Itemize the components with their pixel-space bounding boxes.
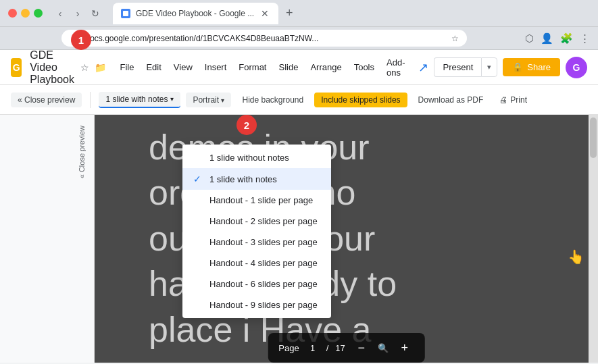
page-total: 17 xyxy=(335,343,345,353)
traffic-light-green[interactable] xyxy=(34,9,43,18)
menu-tools[interactable]: Tools xyxy=(349,59,380,75)
close-preview-label: « Close preview xyxy=(18,95,75,105)
trending-icon[interactable]: ↗ xyxy=(418,60,428,75)
browser-icons: ⬡ 👤 🧩 ⋮ xyxy=(525,32,590,45)
folder-icon[interactable]: 📁 xyxy=(95,62,106,73)
logo-letter: G xyxy=(13,62,20,73)
dropdown-item-h9[interactable]: Handout - 9 slides per page xyxy=(182,294,331,315)
active-tab[interactable]: GDE Video Playbook - Google ... ✕ xyxy=(113,3,278,24)
hide-background-button[interactable]: Hide background xyxy=(236,93,309,107)
zoom-out-button[interactable]: − xyxy=(352,338,371,357)
share-label: Share xyxy=(527,62,551,72)
refresh-button[interactable]: ↻ xyxy=(89,7,102,20)
slide-content: demos in your ord the demo ou record you… xyxy=(95,115,598,363)
menu-view[interactable]: View xyxy=(168,59,198,75)
menu-file[interactable]: File xyxy=(114,59,139,75)
dropdown-item-h6[interactable]: Handout - 6 slides per page xyxy=(182,274,331,294)
slide-area: demos in your ord the demo ou record you… xyxy=(95,115,598,363)
format-label: 1 slide with notes xyxy=(105,95,168,104)
page-separator: / xyxy=(326,343,329,353)
print-preview-toolbar: « Close preview 1 slide with notes ▾ Por… xyxy=(0,85,598,115)
chevron-down-icon: ▾ xyxy=(221,97,224,104)
traffic-lights xyxy=(8,9,43,18)
format-dropdown-menu: 1 slide without notes ✓ 1 slide with not… xyxy=(182,145,331,318)
menu-arrange[interactable]: Arrange xyxy=(305,59,347,75)
tab-close-button[interactable]: ✕ xyxy=(259,8,270,19)
page-input[interactable] xyxy=(306,343,320,353)
user-avatar[interactable]: G xyxy=(566,57,587,78)
present-button-group: Present ▾ xyxy=(434,57,497,77)
print-button[interactable]: 🖨 Print xyxy=(494,93,532,107)
menu-addons[interactable]: Add-ons xyxy=(381,55,410,80)
address-text: docs.google.com/presentation/d/1BCVCAKS4… xyxy=(86,34,446,43)
extensions-icon[interactable]: 🧩 xyxy=(560,32,573,45)
present-dropdown-button[interactable]: ▾ xyxy=(481,57,497,77)
dropdown-item-h3[interactable]: Handout - 3 slides per page xyxy=(182,232,331,253)
dropdown-item-h4[interactable]: Handout - 4 slides per page xyxy=(182,253,331,274)
menu-edit[interactable]: Edit xyxy=(141,59,166,75)
menu-slide[interactable]: Slide xyxy=(273,59,303,75)
tab-title: GDE Video Playbook - Google ... xyxy=(136,9,254,18)
zoom-in-button[interactable]: + xyxy=(395,338,414,357)
menu-icon[interactable]: ⋮ xyxy=(580,32,590,45)
format-dropdown-button[interactable]: 1 slide with notes ▾ xyxy=(99,92,180,108)
tab-favicon xyxy=(121,9,130,18)
forward-button[interactable]: › xyxy=(71,7,84,20)
check-icon: ✓ xyxy=(193,174,204,184)
chevron-down-icon: ▾ xyxy=(170,95,174,103)
new-tab-button[interactable]: + xyxy=(281,5,297,22)
download-pdf-button[interactable]: Download as PDF xyxy=(413,93,489,107)
back-button[interactable]: ‹ xyxy=(53,7,67,20)
page-label: Page xyxy=(278,343,299,353)
page-navigation-bar: Page / 17 − 🔍 + xyxy=(268,333,424,363)
dropdown-item-1swn[interactable]: 1 slide without notes xyxy=(182,147,331,168)
app-title: GDE Video Playbook xyxy=(30,49,75,86)
share-button[interactable]: 🔒 Share xyxy=(503,58,560,76)
close-preview-button[interactable]: « Close preview xyxy=(11,93,82,107)
menu-bar: File Edit View Insert Format Slide Arran… xyxy=(114,55,410,80)
zoom-icon: 🔍 xyxy=(378,343,389,353)
app-title-section: GDE Video Playbook ☆ 📁 xyxy=(30,49,106,86)
browser-chrome: ‹ › ↻ GDE Video Playbook - Google ... ✕ … xyxy=(0,0,598,27)
cast-icon[interactable]: ⬡ xyxy=(525,32,534,45)
browser-nav: ‹ › ↻ xyxy=(53,7,102,20)
menu-insert[interactable]: Insert xyxy=(199,59,232,75)
print-icon: 🖨 xyxy=(499,95,507,105)
scrollbar-thumb[interactable] xyxy=(590,118,597,158)
left-panel: « Close preview xyxy=(0,115,95,363)
portrait-button[interactable]: Portrait ▾ xyxy=(186,93,231,107)
scrollbar[interactable] xyxy=(589,115,598,363)
account-icon[interactable]: 👤 xyxy=(541,32,553,45)
menu-format[interactable]: Format xyxy=(233,59,272,75)
traffic-light-red[interactable] xyxy=(8,9,17,18)
traffic-light-yellow[interactable] xyxy=(21,9,30,18)
dropdown-item-1swith[interactable]: ✓ 1 slide with notes xyxy=(182,168,331,190)
star-icon[interactable]: ☆ xyxy=(80,62,89,73)
cursor-pointer: 👆 xyxy=(568,249,584,265)
dropdown-item-h2[interactable]: Handout - 2 slides per page xyxy=(182,211,331,232)
address-bar[interactable]: 🔒 docs.google.com/presentation/d/1BCVCAK… xyxy=(61,30,467,47)
app-header: G GDE Video Playbook ☆ 📁 File Edit View … xyxy=(0,50,598,85)
tab-bar: GDE Video Playbook - Google ... ✕ + xyxy=(113,3,584,24)
app-logo: G xyxy=(11,58,22,77)
step-badge-1: 1 xyxy=(71,30,91,50)
close-preview-text[interactable]: « Close preview xyxy=(72,120,91,184)
step-2-label: 2 xyxy=(244,120,249,131)
bookmark-icon[interactable]: ☆ xyxy=(451,34,459,43)
dropdown-item-h1[interactable]: Handout - 1 slide per page xyxy=(182,190,331,211)
toolbar-separator-1 xyxy=(90,92,91,108)
include-skipped-button[interactable]: Include skipped slides xyxy=(314,93,407,107)
step-badge-2: 2 xyxy=(236,115,257,135)
main-area: « Close preview demos in your ord the de… xyxy=(0,115,598,363)
page-nav xyxy=(306,343,320,353)
present-button[interactable]: Present xyxy=(434,57,481,77)
step-1-label: 1 xyxy=(78,34,84,46)
header-actions: ↗ Present ▾ 🔒 Share G xyxy=(418,57,587,78)
lock-icon: 🔒 xyxy=(512,62,523,72)
